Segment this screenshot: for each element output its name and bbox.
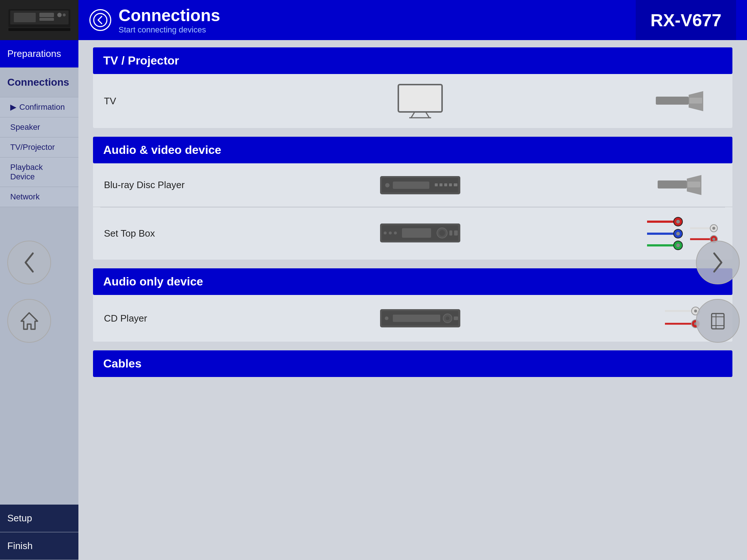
svg-rect-16 (689, 98, 702, 104)
svg-point-6 (63, 13, 66, 16)
next-icon (711, 252, 725, 273)
bluray-cable (641, 175, 721, 195)
svg-rect-28 (688, 182, 700, 187)
sidebar-item-confirmation[interactable]: ▶ Confirmation (0, 97, 78, 117)
svg-rect-25 (454, 183, 457, 186)
svg-rect-26 (658, 180, 687, 188)
svg-point-33 (394, 232, 397, 234)
audio-only-devices: CD Player (93, 295, 732, 342)
header-title-block: Connections Start connecting devices (119, 5, 636, 35)
device-row-bluray: Blu-ray Disc Player (93, 163, 732, 207)
svg-rect-34 (402, 228, 431, 238)
prev-button[interactable] (7, 241, 51, 284)
section-tv-projector: TV / Projector (93, 47, 732, 74)
svg-point-53 (712, 238, 715, 241)
audio-video-devices: Blu-ray Disc Player (93, 163, 732, 260)
svg-point-36 (439, 230, 445, 236)
component-cable-icon (643, 216, 684, 251)
svg-rect-21 (435, 183, 438, 186)
svg-rect-10 (400, 86, 441, 110)
svg-point-56 (385, 316, 388, 320)
svg-point-63 (694, 310, 697, 312)
section-audio-only: Audio only device (93, 268, 732, 295)
device-row-stb: Set Top Box (93, 207, 732, 260)
header: Connections Start connecting devices RX-… (78, 0, 747, 40)
svg-rect-68 (712, 314, 724, 329)
device-row-tv: TV (93, 74, 732, 128)
sidebar-item-playback-device[interactable]: Playback Device (0, 158, 78, 187)
rca-cable-2-icon (661, 304, 701, 333)
home-icon (19, 311, 39, 331)
hdmi-cable-2-icon (658, 175, 705, 195)
svg-rect-22 (440, 183, 442, 186)
sidebar-item-connections[interactable]: Connections (0, 68, 78, 97)
tv-icon (395, 83, 446, 119)
content-area: TV / Projector TV (78, 40, 747, 560)
section-audio-video: Audio & video device (93, 137, 732, 163)
section-cables: Cables (93, 350, 732, 377)
svg-rect-14 (656, 97, 689, 105)
hdmi-cable-icon (656, 91, 707, 111)
sidebar-item-finish[interactable]: Finish (0, 532, 78, 560)
svg-rect-37 (449, 230, 452, 236)
cdplayer-illustration (199, 307, 641, 329)
tv-illustration (199, 83, 641, 119)
svg-line-12 (426, 112, 429, 118)
model-name: RX-V677 (636, 0, 736, 40)
sidebar-item-tv-projector[interactable]: TV/Projector (0, 137, 78, 158)
page-title: Connections (119, 5, 636, 25)
sidebar-item-speaker[interactable]: Speaker (0, 117, 78, 137)
svg-point-44 (676, 232, 680, 236)
prev-icon (22, 252, 36, 273)
bluray-illustration (199, 174, 641, 196)
svg-rect-7 (8, 28, 70, 31)
main-content: Connections Start connecting devices RX-… (78, 0, 747, 560)
back-icon (93, 13, 108, 27)
svg-point-5 (57, 13, 62, 17)
sidebar-item-preparations[interactable]: Preparations (0, 40, 78, 68)
svg-rect-20 (393, 182, 429, 189)
device-row-cdplayer: CD Player (93, 295, 732, 342)
svg-point-19 (385, 183, 390, 187)
svg-point-47 (676, 244, 680, 247)
svg-rect-4 (39, 18, 54, 21)
svg-rect-38 (454, 230, 458, 236)
next-button[interactable] (696, 241, 740, 284)
svg-marker-67 (21, 313, 38, 329)
svg-point-32 (389, 232, 392, 234)
svg-point-50 (712, 227, 715, 230)
stb-icon (380, 222, 460, 245)
home-button[interactable] (7, 299, 51, 343)
stb-illustration (199, 222, 641, 245)
bluray-icon (380, 174, 460, 196)
svg-line-11 (411, 112, 415, 118)
svg-rect-57 (393, 315, 440, 322)
help-button[interactable] (696, 299, 740, 343)
help-icon (709, 312, 727, 330)
stb-label: Set Top Box (104, 228, 199, 239)
svg-rect-23 (444, 183, 447, 186)
back-button[interactable] (89, 9, 111, 31)
cdplayer-label: CD Player (104, 313, 199, 324)
tv-cable (641, 91, 721, 111)
device-image (0, 0, 78, 40)
sidebar-item-network[interactable]: Network (0, 187, 78, 207)
svg-point-59 (446, 316, 449, 320)
bluray-label: Blu-ray Disc Player (104, 179, 199, 191)
page-subtitle: Start connecting devices (119, 25, 636, 35)
tv-projector-devices: TV (93, 74, 732, 128)
tv-label: TV (104, 96, 199, 107)
svg-point-8 (94, 13, 107, 27)
svg-rect-24 (449, 183, 452, 186)
device-illustration (7, 5, 72, 35)
svg-rect-60 (454, 316, 458, 320)
sidebar-item-setup[interactable]: Setup (0, 505, 78, 532)
cd-player-icon (380, 307, 460, 329)
svg-rect-3 (39, 13, 54, 17)
svg-point-41 (676, 220, 680, 223)
svg-point-31 (384, 232, 387, 234)
svg-rect-2 (14, 13, 36, 22)
